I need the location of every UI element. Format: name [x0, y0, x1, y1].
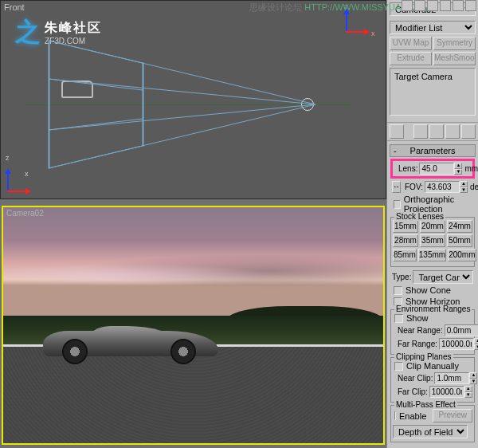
lens-28mm[interactable]: 28mm: [393, 234, 418, 247]
svg-line-9: [49, 119, 143, 130]
symmetry-button[interactable]: Symmetry: [433, 37, 476, 50]
show-end-result-icon[interactable]: [413, 124, 428, 139]
multipass-group: Multi-Pass Effect EnablePreview Depth of…: [390, 405, 475, 442]
logo-badge: 之 朱峰社区 ZF3D.COM: [15, 15, 102, 50]
lens-highlight: Lens: ▲▼ mm: [390, 159, 475, 179]
meshsmooth-button[interactable]: MeshSmooth: [433, 52, 476, 65]
make-unique-icon[interactable]: [429, 124, 444, 139]
uvwmap-button[interactable]: UVW Map: [390, 37, 432, 50]
stock-lenses-group: Stock Lenses 15mm20mm24mm 28mm35mm50mm 8…: [390, 217, 475, 267]
env-show-checkbox[interactable]: [394, 314, 403, 323]
preview-button[interactable]: Preview: [433, 409, 472, 422]
env-ranges-group: Environment Ranges Show Near Range:▲▼ Fa…: [390, 309, 475, 355]
svg-line-7: [49, 146, 143, 168]
fov-spinner[interactable]: ▲▼: [460, 181, 468, 193]
utilities-tab-icon[interactable]: [465, 0, 476, 11]
camera-gizmo[interactable]: [301, 98, 314, 111]
far-clip-input[interactable]: [429, 386, 464, 398]
lens-label: Lens:: [398, 164, 417, 173]
viewport-label: Camera02: [6, 209, 44, 218]
svg-line-2: [49, 104, 315, 130]
car-model[interactable]: [43, 320, 218, 364]
show-cone-checkbox[interactable]: [394, 286, 402, 295]
far-range-input[interactable]: [439, 338, 474, 350]
command-panel-tabs: [402, 0, 476, 11]
car-wireframe[interactable]: [61, 81, 93, 98]
motion-tab-icon[interactable]: [440, 0, 451, 11]
near-clip-input[interactable]: [434, 372, 469, 384]
remove-modifier-icon[interactable]: [445, 124, 460, 139]
svg-line-3: [49, 104, 315, 168]
enable-mpe-checkbox[interactable]: [394, 411, 396, 420]
lens-15mm[interactable]: 15mm: [393, 220, 418, 233]
display-tab-icon[interactable]: [453, 0, 464, 11]
configure-sets-icon[interactable]: [461, 124, 476, 139]
lens-input[interactable]: [419, 163, 454, 175]
command-panel: Camera02 Modifier List UVW Map Symmetry …: [386, 0, 478, 448]
clip-manually-checkbox[interactable]: [394, 362, 403, 371]
lens-85mm[interactable]: 85mm: [393, 249, 417, 261]
lens-50mm[interactable]: 50mm: [447, 234, 472, 247]
camera-type-dropdown[interactable]: Target Camera: [413, 270, 473, 284]
lens-20mm[interactable]: 20mm: [420, 220, 445, 233]
lens-spinner[interactable]: ▲▼: [454, 163, 462, 175]
type-label: Type:: [392, 273, 411, 281]
pin-stack-icon[interactable]: [390, 124, 404, 139]
lens-35mm[interactable]: 35mm: [420, 234, 445, 247]
modifier-stack[interactable]: Target Camera: [390, 68, 476, 116]
modify-tab-icon[interactable]: [414, 0, 425, 11]
parameters-rollout[interactable]: Parameters: [390, 144, 476, 157]
ortho-checkbox[interactable]: [394, 200, 401, 209]
extrude-button[interactable]: Extrude: [390, 52, 432, 65]
clouds: [3, 255, 383, 295]
lens-200mm[interactable]: 200mm: [448, 249, 476, 261]
create-tab-icon[interactable]: [402, 0, 413, 11]
hierarchy-tab-icon[interactable]: [427, 0, 438, 11]
modifier-list-dropdown[interactable]: Modifier List: [390, 21, 476, 34]
lens-24mm[interactable]: 24mm: [447, 220, 472, 233]
viewport-camera[interactable]: Camera02: [2, 206, 385, 445]
near-range-input[interactable]: [445, 324, 478, 336]
viewport-label: Front: [4, 2, 25, 12]
mpe-type-dropdown[interactable]: Depth of Field: [393, 425, 468, 438]
clipping-planes-group: Clipping Planes Clip Manually Near Clip:…: [390, 357, 475, 403]
fov-direction-icon[interactable]: ↔: [392, 181, 401, 193]
stack-item[interactable]: Target Camera: [393, 71, 472, 82]
fov-label: FOV:: [405, 183, 423, 191]
viewport-front[interactable]: Front 之 朱峰社区 ZF3D.COM z x: [0, 0, 386, 199]
fov-input[interactable]: [425, 181, 460, 193]
lens-135mm[interactable]: 135mm: [418, 249, 446, 261]
